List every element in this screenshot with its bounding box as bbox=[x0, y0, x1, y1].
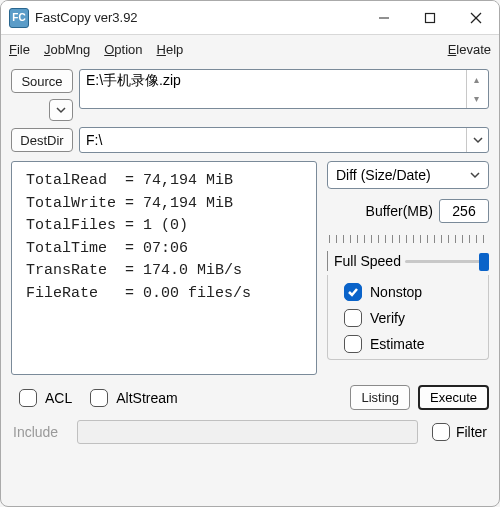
acl-checkbox[interactable]: ACL bbox=[19, 389, 72, 407]
options-group: Nonstop Verify Estimate bbox=[327, 275, 489, 360]
buffer-label: Buffer(MB) bbox=[366, 203, 433, 219]
altstream-checkbox[interactable]: AltStream bbox=[90, 389, 177, 407]
checkbox-icon bbox=[432, 423, 450, 441]
checkbox-icon bbox=[90, 389, 108, 407]
checkbox-icon bbox=[344, 309, 362, 327]
filter-checkbox[interactable]: Filter bbox=[432, 423, 487, 441]
include-field bbox=[77, 420, 418, 444]
destdir-dropdown-icon[interactable] bbox=[466, 128, 488, 152]
minimize-button[interactable] bbox=[361, 1, 407, 35]
nonstop-checkbox[interactable]: Nonstop bbox=[344, 283, 482, 301]
destdir-combo[interactable] bbox=[79, 127, 489, 153]
acl-label: ACL bbox=[45, 390, 72, 406]
buffer-input[interactable] bbox=[439, 199, 489, 223]
source-button[interactable]: Source bbox=[11, 69, 73, 93]
maximize-button[interactable] bbox=[407, 1, 453, 35]
source-history-dropdown[interactable] bbox=[49, 99, 73, 121]
execute-button[interactable]: Execute bbox=[418, 385, 489, 410]
source-scrollbar[interactable]: ▴ ▾ bbox=[466, 70, 486, 108]
chevron-down-icon bbox=[466, 169, 484, 181]
scroll-down-icon[interactable]: ▾ bbox=[467, 89, 486, 108]
stats-panel: TotalRead = 74,194 MiB TotalWrite = 74,1… bbox=[11, 161, 317, 375]
app-icon: FC bbox=[9, 8, 29, 28]
filter-label: Filter bbox=[456, 424, 487, 440]
speed-label: Full Speed bbox=[334, 253, 401, 269]
menu-jobmng[interactable]: JobMng bbox=[44, 42, 90, 57]
slider-thumb[interactable] bbox=[479, 253, 489, 271]
source-path-input[interactable] bbox=[80, 70, 466, 92]
listing-button[interactable]: Listing bbox=[350, 385, 410, 410]
mode-selected: Diff (Size/Date) bbox=[336, 167, 466, 183]
checkbox-icon bbox=[344, 335, 362, 353]
menu-elevate[interactable]: Elevate bbox=[448, 42, 491, 57]
menu-file[interactable]: File bbox=[9, 42, 30, 57]
verify-label: Verify bbox=[370, 310, 405, 326]
destdir-button[interactable]: DestDir bbox=[11, 128, 73, 152]
estimate-label: Estimate bbox=[370, 336, 424, 352]
verify-checkbox[interactable]: Verify bbox=[344, 309, 482, 327]
speed-slider[interactable] bbox=[405, 251, 489, 271]
svg-rect-1 bbox=[426, 13, 435, 22]
mode-combo[interactable]: Diff (Size/Date) bbox=[327, 161, 489, 189]
menu-option[interactable]: Option bbox=[104, 42, 142, 57]
altstream-label: AltStream bbox=[116, 390, 177, 406]
include-label: Include bbox=[13, 424, 69, 440]
menubar: File JobMng Option Help Elevate bbox=[1, 35, 499, 63]
window-title: FastCopy ver3.92 bbox=[35, 10, 138, 25]
estimate-checkbox[interactable]: Estimate bbox=[344, 335, 482, 353]
close-button[interactable] bbox=[453, 1, 499, 35]
checkbox-checked-icon bbox=[344, 283, 362, 301]
source-path-field[interactable]: ▴ ▾ bbox=[79, 69, 489, 109]
scroll-up-icon[interactable]: ▴ bbox=[467, 70, 486, 89]
destdir-input[interactable] bbox=[80, 130, 466, 150]
titlebar: FC FastCopy ver3.92 bbox=[1, 1, 499, 35]
menu-help[interactable]: Help bbox=[157, 42, 184, 57]
slider-ticks bbox=[329, 235, 487, 243]
nonstop-label: Nonstop bbox=[370, 284, 422, 300]
checkbox-icon bbox=[19, 389, 37, 407]
